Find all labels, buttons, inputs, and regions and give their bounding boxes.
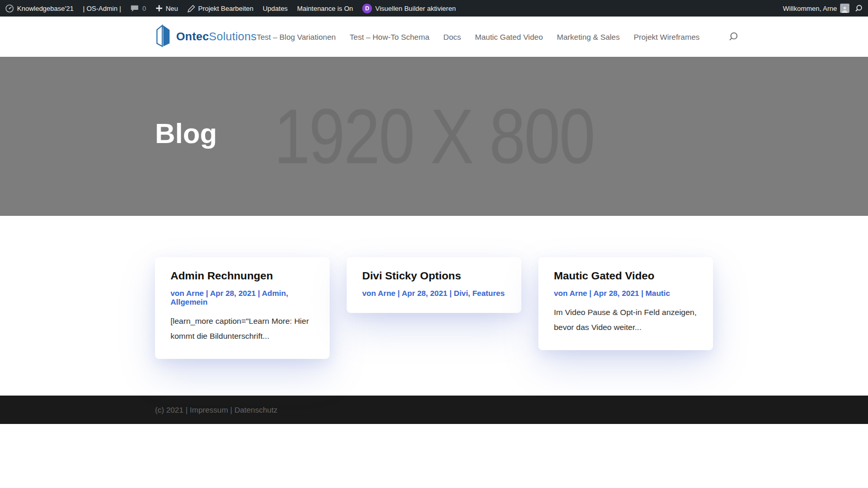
admin-bar-os-admin[interactable]: | OS-Admin | <box>83 5 121 12</box>
admin-bar-edit-project[interactable]: Projekt Bearbeiten <box>188 5 254 12</box>
nav-item-mautic-gated-video[interactable]: Mautic Gated Video <box>475 33 542 41</box>
admin-bar-updates[interactable]: Updates <box>262 5 287 12</box>
comment-bubble-icon <box>130 5 139 12</box>
post-card: Admin Rechnungen von Arne | Apr 28, 2021… <box>155 257 330 359</box>
footer-links[interactable]: (c) 2021 | Impressum | Datenschutz <box>155 405 277 414</box>
admin-bar-account[interactable]: Willkommen, Arne <box>783 4 849 13</box>
posts-grid: Admin Rechnungen von Arne | Apr 28, 2021… <box>155 257 713 359</box>
header-search-icon[interactable] <box>728 32 738 42</box>
nav-item-marketing-sales[interactable]: Marketing & Sales <box>557 33 620 41</box>
site-logo[interactable]: OntecSolutions <box>155 24 257 50</box>
site-footer: (c) 2021 | Impressum | Datenschutz <box>0 396 868 424</box>
welcome-label: Willkommen, Arne <box>783 5 837 12</box>
logo-text: OntecSolutions <box>176 30 257 43</box>
page-title: Blog <box>155 117 217 149</box>
blog-grid-section: Admin Rechnungen von Arne | Apr 28, 2021… <box>0 216 868 396</box>
new-label: Neu <box>166 5 178 12</box>
nav-item-projekt-wireframes[interactable]: Projekt Wireframes <box>633 33 700 41</box>
post-title[interactable]: Mautic Gated Video <box>554 270 698 282</box>
comments-count: 0 <box>142 5 146 12</box>
post-excerpt: Im Video Pause & Opt-in Feld anzeigen, b… <box>554 305 698 335</box>
post-meta-links[interactable]: von Arne | Apr 28, 2021 | Mautic <box>554 289 698 297</box>
updates-label: Updates <box>262 5 287 12</box>
post-card: Mautic Gated Video von Arne | Apr 28, 20… <box>538 257 713 350</box>
admin-bar-new[interactable]: Neu <box>156 5 178 12</box>
admin-search-icon[interactable] <box>855 4 863 12</box>
nav-item-test-blog-variationen[interactable]: Test – Blog Variationen <box>257 33 336 41</box>
wp-admin-bar: Knowledgebase'21 | OS-Admin | 0 Neu Proj… <box>0 0 868 17</box>
user-avatar <box>840 4 849 13</box>
post-title[interactable]: Admin Rechnungen <box>171 270 314 282</box>
visual-builder-label: Visuellen Builder aktivieren <box>375 5 456 12</box>
pencil-icon <box>188 5 195 12</box>
logo-text-secondary: Solutions <box>209 30 256 43</box>
maintenance-label: Maintenance is On <box>297 5 353 12</box>
nav-item-test-howto-schema[interactable]: Test – How-To Schema <box>350 33 429 41</box>
logo-text-primary: Ontec <box>176 30 209 43</box>
dashboard-gauge-icon <box>5 4 14 13</box>
post-title[interactable]: Divi Sticky Options <box>362 270 506 282</box>
post-card: Divi Sticky Options von Arne | Apr 28, 2… <box>347 257 521 313</box>
main-nav: Test – Blog Variationen Test – How-To Sc… <box>257 32 738 42</box>
plus-icon <box>156 5 163 12</box>
post-meta-links[interactable]: von Arne | Apr 28, 2021 | Divi, Features <box>362 289 506 297</box>
post-excerpt: [learn_more caption="Learn More: Hier ko… <box>171 314 314 343</box>
edit-project-label: Projekt Bearbeiten <box>198 5 254 12</box>
post-meta-links[interactable]: von Arne | Apr 28, 2021 | Admin, Allgeme… <box>171 289 314 306</box>
os-admin-label: | OS-Admin | <box>83 5 121 12</box>
ontec-box-icon <box>155 24 172 50</box>
site-name-label: Knowledgebase'21 <box>17 5 73 12</box>
admin-bar-site-menu[interactable]: Knowledgebase'21 <box>5 4 73 13</box>
hero-banner: 1920 X 800 Blog <box>0 57 868 216</box>
admin-bar-maintenance[interactable]: Maintenance is On <box>297 5 353 12</box>
site-header: OntecSolutions Test – Blog Variationen T… <box>0 17 868 57</box>
admin-bar-comments[interactable]: 0 <box>130 5 146 12</box>
admin-bar-visual-builder[interactable]: D Visuellen Builder aktivieren <box>362 4 456 13</box>
divi-icon: D <box>362 4 372 13</box>
nav-item-docs[interactable]: Docs <box>443 33 461 41</box>
